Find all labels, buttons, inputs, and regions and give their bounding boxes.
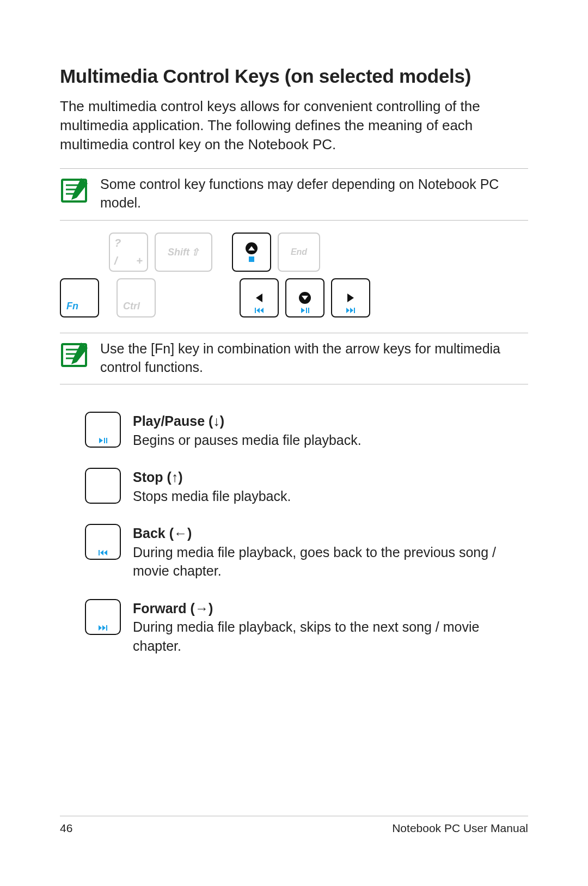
def-body: Stops media file playback. [133, 488, 291, 504]
skip-back-icon [99, 550, 107, 555]
skip-forward-icon [346, 308, 355, 313]
manual-title: Notebook PC User Manual [392, 822, 528, 835]
note-icon [60, 340, 90, 370]
key-arrow-up [232, 233, 271, 272]
def-body: During media file playback, skips to the… [133, 619, 479, 653]
def-key-up [85, 468, 121, 504]
def-title: Play/Pause (↓) [133, 413, 224, 429]
shift-arrow-icon: ⇧ [191, 246, 199, 258]
note-block-2: Use the [Fn] key in combination with the… [60, 333, 528, 385]
key-slash-bottom-right: + [136, 255, 143, 267]
keyboard-row-2: Fn Ctrl [60, 278, 528, 317]
arrow-down-icon [96, 423, 109, 436]
arrow-down-icon [299, 292, 311, 304]
manual-page: Multimedia Control Keys (on selected mod… [0, 0, 588, 886]
key-slash-bottom-left: / [114, 255, 118, 267]
key-arrow-right [331, 278, 370, 317]
play-pause-icon [301, 308, 309, 313]
page-number: 46 [60, 822, 72, 835]
arrow-up-icon [246, 242, 258, 254]
definitions-list: Play/Pause (↓) Begins or pauses media fi… [60, 412, 528, 655]
def-key-down [85, 412, 121, 448]
key-end: End [278, 233, 320, 272]
stop-icon [249, 256, 254, 262]
key-slash-top: ? [114, 237, 121, 249]
key-shift: Shift⇧ [155, 233, 212, 272]
def-body: Begins or pauses media file playback. [133, 432, 362, 448]
key-ctrl: Ctrl [117, 278, 156, 317]
key-slash: ? / + [109, 233, 148, 272]
def-key-right [85, 599, 121, 635]
note-1-text: Some control key functions may defer dep… [100, 175, 528, 212]
keyboard-diagram: ? / + Shift⇧ End Fn [60, 221, 528, 333]
arrow-right-icon [347, 294, 354, 302]
skip-back-icon [255, 308, 264, 313]
def-title: Stop (↑) [133, 469, 183, 485]
key-arrow-left [240, 278, 279, 317]
def-back: Back (←) During media file playback, goe… [85, 524, 528, 581]
page-heading: Multimedia Control Keys (on selected mod… [60, 65, 528, 87]
key-arrow-down [285, 278, 324, 317]
note-icon [60, 175, 90, 206]
def-body: During media file playback, goes back to… [133, 545, 496, 579]
note-block-1: Some control key functions may defer dep… [60, 168, 528, 221]
arrow-left-icon [256, 294, 262, 302]
key-fn: Fn [60, 278, 99, 317]
intro-paragraph: The multimedia control keys allows for c… [60, 97, 528, 154]
def-play-pause: Play/Pause (↓) Begins or pauses media fi… [85, 412, 528, 449]
arrow-up-icon [96, 479, 109, 492]
page-footer: 46 Notebook PC User Manual [60, 816, 528, 835]
play-pause-icon [99, 438, 107, 443]
note-2-text: Use the [Fn] key in combination with the… [100, 340, 528, 377]
keyboard-row-1: ? / + Shift⇧ End [109, 233, 528, 272]
def-forward: Forward (→) During media file playback, … [85, 599, 528, 656]
def-title: Forward (→) [133, 601, 213, 616]
def-title: Back (←) [133, 526, 192, 541]
skip-forward-icon [99, 625, 107, 631]
def-stop: Stop (↑) Stops media file playback. [85, 468, 528, 505]
def-key-left [85, 524, 121, 560]
